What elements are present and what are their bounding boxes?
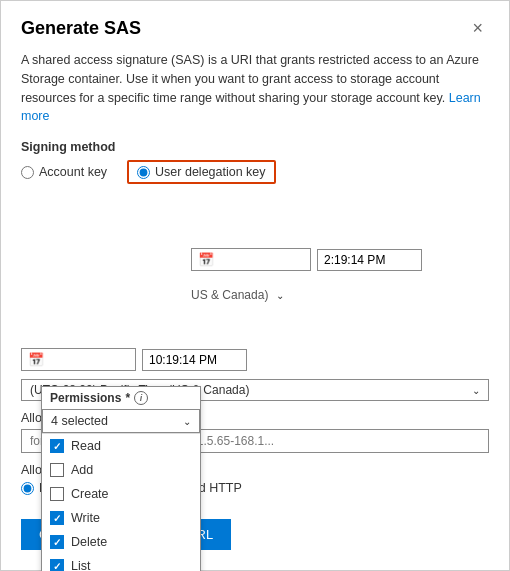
account-key-radio[interactable] [21, 166, 34, 179]
perm-write-checkbox[interactable] [50, 511, 64, 525]
permissions-header: Permissions * i [42, 387, 200, 409]
permissions-list: Read Add Create Write Delete [42, 433, 200, 571]
perm-add-checkbox[interactable] [50, 463, 64, 477]
perm-read[interactable]: Read [42, 434, 200, 458]
user-delegation-highlighted: User delegation key [127, 160, 275, 184]
chevron-down-icon: ⌄ [183, 416, 191, 427]
close-button[interactable]: × [466, 17, 489, 39]
permissions-info-icon[interactable]: i [134, 391, 148, 405]
perm-create-checkbox[interactable] [50, 487, 64, 501]
chevron-down-icon-tz: ⌄ [276, 290, 284, 301]
user-delegation-radio[interactable] [137, 166, 150, 179]
perm-list-checkbox[interactable] [50, 559, 64, 571]
account-key-option[interactable]: Account key [21, 165, 107, 179]
perm-write[interactable]: Write [42, 506, 200, 530]
perm-delete[interactable]: Delete [42, 530, 200, 554]
permissions-section: Permissions * i 4 selected ⌄ Read Add [21, 198, 489, 368]
perm-delete-checkbox[interactable] [50, 535, 64, 549]
calendar-icon: 📅 [198, 252, 214, 267]
generate-sas-dialog: Generate SAS × A shared access signature… [0, 0, 510, 571]
dialog-header: Generate SAS × [21, 17, 489, 39]
https-only-radio[interactable] [21, 482, 34, 495]
perm-create[interactable]: Create [42, 482, 200, 506]
signing-method-group: Account key User delegation key [21, 160, 489, 184]
start-time-input[interactable] [317, 249, 422, 271]
expiry-datetime-row: US & Canada) ⌄ [191, 288, 284, 302]
perm-read-checkbox[interactable] [50, 439, 64, 453]
dialog-description: A shared access signature (SAS) is a URI… [21, 51, 489, 126]
permissions-overlay: Permissions * i 4 selected ⌄ Read Add [41, 386, 201, 571]
start-datetime-row: 📅 [191, 248, 422, 271]
start-date-input[interactable]: 📅 [191, 248, 311, 271]
permissions-dropdown[interactable]: 4 selected ⌄ [42, 409, 200, 433]
signing-method-label: Signing method [21, 140, 489, 154]
chevron-down-tz-icon: ⌄ [472, 385, 480, 396]
dialog-title: Generate SAS [21, 18, 141, 39]
user-delegation-option[interactable]: User delegation key [137, 165, 265, 179]
perm-add[interactable]: Add [42, 458, 200, 482]
timezone-inline: US & Canada) [191, 288, 268, 302]
perm-list[interactable]: List [42, 554, 200, 571]
